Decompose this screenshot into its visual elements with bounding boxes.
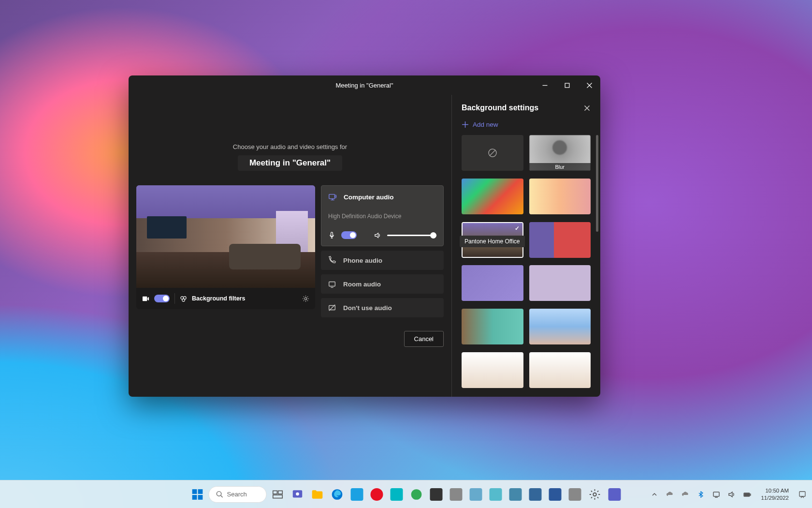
bg-tile-abstract2[interactable] bbox=[529, 179, 591, 214]
bg-tile-none[interactable] bbox=[462, 135, 523, 171]
bg-tile-office2[interactable] bbox=[529, 309, 591, 344]
plus-icon bbox=[462, 121, 469, 128]
tray-notifications-icon[interactable] bbox=[798, 490, 807, 499]
tray-volume-icon[interactable] bbox=[727, 490, 737, 499]
taskbar-app-3[interactable] bbox=[388, 486, 406, 503]
close-button[interactable] bbox=[578, 75, 600, 95]
camera-icon bbox=[142, 295, 149, 302]
svg-rect-20 bbox=[192, 495, 197, 500]
computer-audio-icon bbox=[328, 193, 337, 201]
clock-time: 10:50 AM bbox=[761, 487, 789, 494]
bg-tile-pantone-board[interactable] bbox=[529, 265, 591, 301]
close-panel-button[interactable] bbox=[583, 105, 591, 112]
svg-rect-1 bbox=[565, 83, 569, 88]
maximize-button[interactable] bbox=[556, 75, 578, 95]
svg-rect-32 bbox=[713, 492, 719, 496]
audio-option-computer[interactable]: Computer audio High Definition Audio Dev… bbox=[321, 185, 444, 246]
audio-option-room[interactable]: Room audio bbox=[321, 274, 444, 294]
room-audio-label: Room audio bbox=[343, 281, 381, 288]
bg-tile-office3[interactable] bbox=[462, 352, 523, 388]
audio-device-name: High Definition Audio Device bbox=[328, 213, 436, 220]
main-area: Choose your audio and video settings for… bbox=[129, 95, 451, 397]
video-settings-button[interactable] bbox=[302, 295, 309, 302]
svg-line-23 bbox=[221, 495, 223, 497]
minimize-button[interactable] bbox=[534, 75, 556, 95]
no-audio-icon bbox=[328, 303, 336, 312]
window-controls bbox=[534, 75, 600, 95]
taskbar-app-settings[interactable] bbox=[586, 486, 604, 503]
bg-tile-office4[interactable] bbox=[529, 352, 591, 388]
svg-rect-25 bbox=[278, 491, 283, 494]
room-icon bbox=[328, 280, 336, 288]
taskbar-clock[interactable]: 10:50 AM 11/29/2022 bbox=[758, 487, 792, 502]
bg-tile-pantone-purple[interactable] bbox=[462, 265, 523, 301]
window-body: Choose your audio and video settings for… bbox=[129, 95, 600, 397]
taskbar-app-terminal[interactable] bbox=[428, 486, 445, 503]
none-icon bbox=[488, 148, 497, 158]
svg-rect-24 bbox=[273, 491, 277, 494]
svg-point-7 bbox=[304, 298, 307, 300]
svg-point-6 bbox=[182, 299, 185, 301]
audio-option-none[interactable]: Don't use audio bbox=[321, 298, 444, 317]
volume-slider[interactable] bbox=[387, 235, 436, 236]
start-button[interactable] bbox=[189, 486, 206, 503]
phone-icon bbox=[328, 256, 336, 265]
tray-battery-icon[interactable] bbox=[742, 490, 752, 499]
tray-bluetooth-icon[interactable] bbox=[696, 490, 706, 499]
taskbar: Search bbox=[0, 480, 812, 508]
titlebar: Meeting in "General" bbox=[129, 75, 600, 95]
taskbar-app-5[interactable] bbox=[467, 486, 485, 503]
camera-toggle[interactable] bbox=[154, 295, 170, 302]
svg-rect-19 bbox=[198, 489, 203, 494]
meeting-name-box[interactable]: Meeting in "General" bbox=[238, 155, 342, 171]
teams-prejoin-window: Meeting in "General" Choose your audio a… bbox=[129, 75, 600, 397]
bg-tile-pantone-shelf[interactable] bbox=[529, 222, 591, 258]
video-background-applied bbox=[136, 185, 315, 288]
phone-audio-label: Phone audio bbox=[343, 257, 382, 264]
taskbar-search[interactable]: Search bbox=[209, 486, 267, 503]
background-settings-panel: Background settings Add new Blur bbox=[451, 95, 600, 397]
add-new-label: Add new bbox=[473, 121, 498, 128]
taskbar-app-chat[interactable] bbox=[289, 486, 306, 503]
taskbar-app-6[interactable] bbox=[507, 486, 524, 503]
taskbar-app-notepad[interactable] bbox=[487, 486, 505, 503]
taskbar-app-7[interactable] bbox=[527, 486, 544, 503]
tray-onedrive-icon[interactable] bbox=[665, 490, 675, 499]
svg-line-17 bbox=[490, 150, 495, 156]
cancel-button[interactable]: Cancel bbox=[404, 331, 444, 347]
microphone-toggle[interactable] bbox=[341, 231, 357, 239]
taskbar-app-edge[interactable] bbox=[329, 486, 346, 503]
taskbar-app-teams[interactable] bbox=[606, 486, 624, 503]
bg-tile-office1[interactable] bbox=[462, 309, 523, 344]
add-new-background-button[interactable]: Add new bbox=[452, 121, 600, 135]
svg-rect-37 bbox=[799, 492, 805, 496]
taskbar-app-4[interactable] bbox=[448, 486, 465, 503]
background-grid[interactable]: Blur Pantone Home Office bbox=[452, 135, 600, 397]
taskbar-app-edge2[interactable] bbox=[408, 486, 425, 503]
video-controls-bar: Background filters bbox=[136, 288, 315, 309]
audio-column: Computer audio High Definition Audio Dev… bbox=[321, 185, 444, 317]
taskbar-app-2[interactable] bbox=[368, 486, 386, 503]
bg-tile-abstract1[interactable] bbox=[462, 179, 523, 214]
panel-scrollbar[interactable] bbox=[596, 135, 598, 232]
bg-tile-blur[interactable]: Blur bbox=[529, 135, 591, 171]
taskbar-app-word[interactable] bbox=[547, 486, 564, 503]
audio-option-phone[interactable]: Phone audio bbox=[321, 251, 444, 270]
blur-label: Blur bbox=[529, 163, 591, 171]
microphone-icon bbox=[328, 232, 335, 239]
svg-rect-21 bbox=[198, 495, 203, 500]
background-filters-button[interactable]: Background filters bbox=[192, 295, 245, 302]
tray-chevron-icon[interactable] bbox=[650, 490, 659, 499]
tray-cloud-icon[interactable] bbox=[681, 490, 690, 499]
taskbar-app-explorer[interactable] bbox=[309, 486, 326, 503]
meeting-name: Meeting in "General" bbox=[249, 158, 331, 168]
video-column: Background filters bbox=[136, 185, 315, 317]
task-view-button[interactable] bbox=[269, 486, 287, 503]
av-settings-row: Background filters Computer audio High D… bbox=[136, 185, 444, 317]
window-title: Meeting in "General" bbox=[335, 82, 393, 89]
tray-network-icon[interactable] bbox=[711, 490, 721, 499]
taskbar-app-1[interactable] bbox=[348, 486, 366, 503]
no-audio-label: Don't use audio bbox=[343, 304, 392, 312]
panel-title: Background settings bbox=[462, 104, 538, 112]
taskbar-app-8[interactable] bbox=[566, 486, 584, 503]
